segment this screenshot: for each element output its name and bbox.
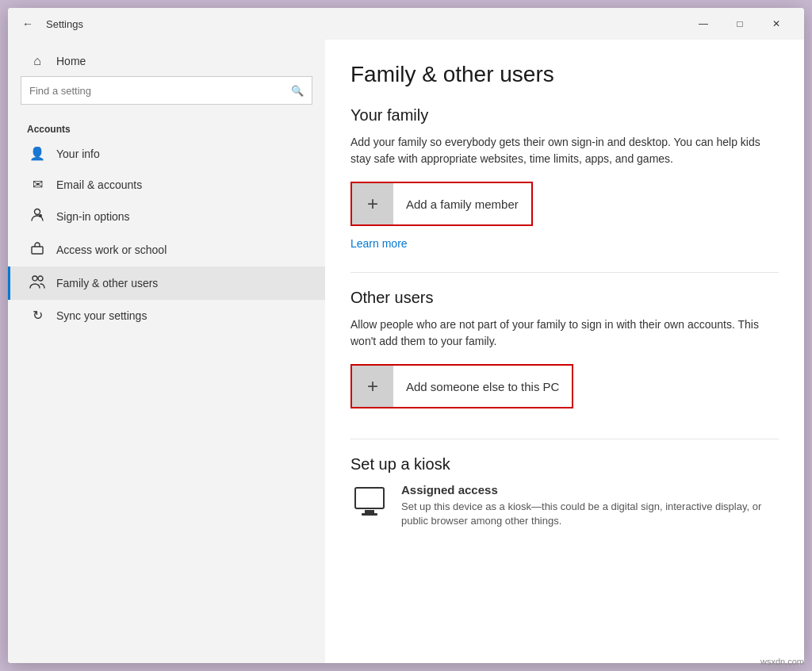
other-users-description: Allow people who are not part of your fa… bbox=[350, 316, 779, 350]
sidebar-item-sync[interactable]: ↻ Sync your settings bbox=[8, 300, 325, 331]
kiosk-item: Assigned access Set up this device as a … bbox=[350, 483, 779, 528]
divider-1 bbox=[350, 272, 779, 273]
sidebar-item-work[interactable]: Access work or school bbox=[8, 233, 325, 266]
svg-point-0 bbox=[35, 209, 40, 215]
settings-window: ← Settings — □ ✕ ⌂ Home 🔍 Accounts bbox=[8, 8, 804, 663]
sidebar-item-your-info-label: Your info bbox=[56, 148, 100, 160]
sidebar-item-home[interactable]: ⌂ Home bbox=[8, 46, 325, 76]
maximize-button[interactable]: □ bbox=[722, 11, 758, 36]
svg-point-4 bbox=[38, 276, 43, 281]
svg-point-3 bbox=[33, 276, 37, 281]
sidebar-item-email[interactable]: ✉ Email & accounts bbox=[8, 169, 325, 200]
other-users-title: Other users bbox=[350, 289, 779, 307]
sidebar: ⌂ Home 🔍 Accounts 👤 Your info ✉ Email & … bbox=[8, 40, 325, 663]
page-title: Family & other users bbox=[350, 62, 779, 87]
content-area: ⌂ Home 🔍 Accounts 👤 Your info ✉ Email & … bbox=[8, 40, 804, 663]
home-icon: ⌂ bbox=[29, 54, 45, 68]
title-bar-left: ← Settings bbox=[17, 16, 685, 32]
sidebar-item-work-label: Access work or school bbox=[56, 243, 167, 256]
kiosk-text: Assigned access Set up this device as a … bbox=[401, 483, 779, 528]
divider-2 bbox=[350, 439, 779, 439]
app-title: Settings bbox=[46, 18, 83, 30]
sidebar-item-sync-label: Sync your settings bbox=[56, 309, 147, 322]
sync-icon: ↻ bbox=[29, 308, 45, 323]
add-family-member-button[interactable]: + Add a family member bbox=[350, 182, 533, 226]
title-bar: ← Settings — □ ✕ bbox=[8, 8, 804, 40]
sidebar-item-family-label: Family & other users bbox=[56, 277, 158, 289]
main-content: Family & other users Your family Add you… bbox=[325, 40, 804, 663]
sidebar-item-home-label: Home bbox=[56, 55, 86, 67]
search-box[interactable]: 🔍 bbox=[21, 76, 312, 105]
add-other-label: Add someone else to this PC bbox=[393, 380, 572, 393]
signin-icon bbox=[29, 208, 45, 225]
add-other-icon-box: + bbox=[352, 366, 393, 407]
sidebar-item-email-label: Email & accounts bbox=[56, 178, 142, 191]
family-icon bbox=[29, 274, 45, 292]
back-button[interactable]: ← bbox=[17, 16, 38, 32]
add-other-plus-icon: + bbox=[367, 375, 378, 397]
close-button[interactable]: ✕ bbox=[758, 11, 795, 36]
your-family-description: Add your family so everybody gets their … bbox=[350, 134, 779, 167]
kiosk-item-title: Assigned access bbox=[401, 483, 779, 497]
sidebar-item-signin-label: Sign-in options bbox=[56, 210, 130, 223]
add-family-icon-box: + bbox=[352, 183, 393, 224]
minimize-button[interactable]: — bbox=[685, 11, 722, 36]
svg-rect-7 bbox=[362, 513, 377, 516]
sidebar-item-family[interactable]: Family & other users bbox=[8, 266, 325, 300]
add-family-plus-icon: + bbox=[367, 193, 378, 215]
kiosk-section-title: Set up a kiosk bbox=[350, 455, 779, 474]
email-icon: ✉ bbox=[29, 177, 45, 192]
work-icon bbox=[29, 241, 45, 259]
svg-rect-5 bbox=[355, 488, 384, 508]
kiosk-item-description: Set up this device as a kiosk—this could… bbox=[401, 500, 779, 528]
search-icon[interactable]: 🔍 bbox=[291, 85, 304, 97]
window-controls: — □ ✕ bbox=[685, 11, 795, 36]
svg-rect-2 bbox=[32, 247, 43, 254]
your-info-icon: 👤 bbox=[29, 146, 45, 161]
add-other-user-button[interactable]: + Add someone else to this PC bbox=[350, 364, 573, 408]
your-family-title: Your family bbox=[350, 106, 779, 125]
add-family-label: Add a family member bbox=[393, 197, 531, 211]
sidebar-item-signin[interactable]: Sign-in options bbox=[8, 200, 325, 233]
svg-rect-6 bbox=[365, 510, 374, 513]
svg-point-1 bbox=[39, 214, 42, 217]
sidebar-item-your-info[interactable]: 👤 Your info bbox=[8, 138, 325, 169]
kiosk-icon bbox=[350, 483, 389, 521]
sidebar-section-label: Accounts bbox=[8, 117, 325, 138]
search-input[interactable] bbox=[29, 85, 291, 97]
learn-more-link[interactable]: Learn more bbox=[350, 237, 779, 250]
